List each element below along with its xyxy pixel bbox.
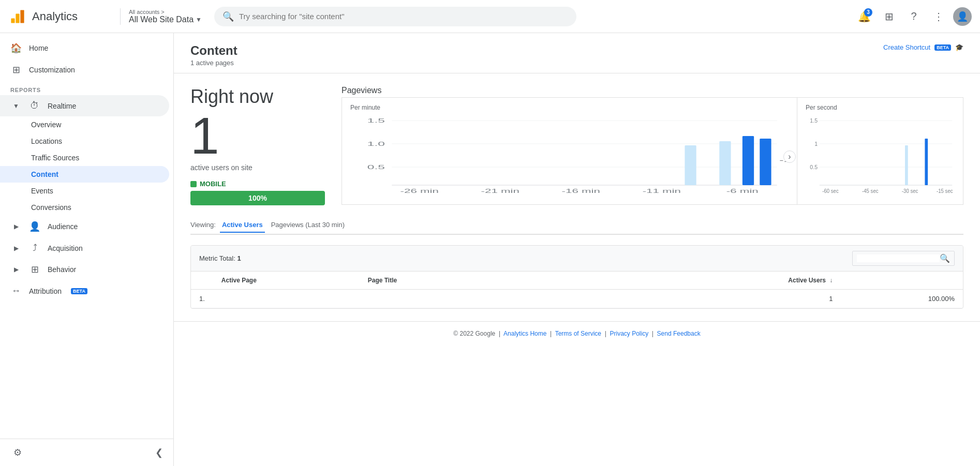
- privacy-link[interactable]: Privacy Policy: [610, 330, 648, 337]
- behavior-expand-icon: ▶: [10, 266, 22, 273]
- right-now-label: Right now: [190, 86, 273, 108]
- sidebar-item-attribution[interactable]: ↔ Attribution BETA: [0, 280, 169, 302]
- graduation-cap-icon: 🎓: [955, 43, 963, 51]
- pageviews-tab[interactable]: Pageviews (Last 30 min): [269, 218, 347, 233]
- mobile-bar-label: 100%: [248, 194, 267, 202]
- active-users-text: active users on site: [190, 163, 253, 172]
- mobile-label: MOBILE: [190, 180, 325, 188]
- svg-text:1.5: 1.5: [367, 117, 385, 124]
- row-percent: 100.00%: [841, 290, 963, 308]
- svg-text:-15 sec: -15 sec: [937, 188, 953, 194]
- sidebar-sub-traffic-sources[interactable]: Traffic Sources: [0, 149, 169, 166]
- sidebar-item-realtime[interactable]: ▼ ⏱ Realtime: [0, 95, 169, 116]
- acquisition-expand-icon: ▶: [10, 245, 22, 252]
- sidebar-collapse-button[interactable]: ❮: [153, 445, 165, 460]
- table-header-row: Metric Total: 1 🔍: [191, 246, 963, 272]
- table-search-icon[interactable]: 🔍: [940, 253, 950, 263]
- chart-nav-arrow[interactable]: ›: [783, 151, 796, 163]
- analytics-home-link[interactable]: Analytics Home: [503, 330, 546, 337]
- search-bar[interactable]: 🔍: [214, 7, 576, 26]
- table-search-box[interactable]: 🔍: [852, 251, 955, 266]
- sidebar-sub-content[interactable]: Content: [0, 166, 169, 183]
- search-icon: 🔍: [222, 11, 234, 22]
- settings-button[interactable]: ⚙: [8, 443, 27, 462]
- mobile-bar: 100%: [190, 191, 325, 205]
- sidebar-sub-overview[interactable]: Overview: [0, 116, 169, 133]
- per-minute-chart: Per minute 1.5 1.0: [342, 98, 797, 204]
- metric-total: Metric Total: 1: [199, 254, 241, 262]
- customization-icon: ⊞: [10, 64, 22, 76]
- sidebar-item-behavior[interactable]: ▶ ⊞ Behavior: [0, 259, 169, 280]
- sidebar-bottom: ⚙ ❮: [0, 439, 173, 466]
- apps-button[interactable]: ⊞: [879, 6, 899, 27]
- per-minute-label: Per minute: [350, 104, 789, 111]
- notifications-button[interactable]: 🔔 3: [854, 6, 874, 27]
- account-dropdown-arrow: ▼: [196, 16, 202, 23]
- active-users-count: 1: [190, 110, 219, 161]
- sidebar-item-home[interactable]: 🏠 Home: [0, 37, 169, 59]
- page-subtitle: 1 active pages: [190, 59, 237, 67]
- sidebar-acquisition-label: Acquisition: [48, 244, 83, 252]
- realtime-icon: ⏱: [29, 100, 40, 111]
- pageviews-title: Pageviews: [341, 86, 963, 95]
- active-users-tab[interactable]: Active Users: [220, 218, 265, 233]
- content-header: Content 1 active pages Create Shortcut B…: [174, 33, 980, 73]
- viewing-label: Viewing:: [190, 221, 216, 229]
- search-input[interactable]: [239, 12, 568, 21]
- notification-badge: 3: [864, 8, 872, 17]
- audience-expand-icon: ▶: [10, 223, 22, 230]
- svg-rect-2: [20, 10, 24, 23]
- shortcut-beta-badge: BETA: [934, 44, 951, 51]
- mobile-dot-icon: [190, 181, 197, 187]
- table-section: Metric Total: 1 🔍 Active Page Page Title: [190, 245, 963, 309]
- svg-rect-28: [925, 139, 928, 185]
- row-page-title: [360, 290, 669, 308]
- create-shortcut-label: Create Shortcut: [883, 43, 930, 51]
- vertical-dots-icon: ⋮: [933, 10, 944, 23]
- svg-rect-11: [719, 141, 731, 185]
- reports-section-label: REPORTS: [0, 81, 173, 95]
- svg-text:-30 sec: -30 sec: [902, 188, 918, 194]
- user-avatar[interactable]: 👤: [953, 7, 972, 26]
- row-index: 1.: [191, 290, 213, 308]
- per-minute-chart-area: 1.5 1.0 0.5 -26 min: [350, 115, 789, 198]
- sidebar-sub-events[interactable]: Events: [0, 183, 169, 199]
- attribution-icon: ↔: [10, 285, 22, 296]
- sidebar-sub-conversions[interactable]: Conversions: [0, 199, 169, 216]
- charts-row: Per minute 1.5 1.0: [341, 97, 963, 205]
- sidebar-item-customization[interactable]: ⊞ Customization: [0, 59, 169, 81]
- sidebar-sub-locations[interactable]: Locations: [0, 133, 169, 149]
- sidebar-item-acquisition[interactable]: ▶ ⤴ Acquisition: [0, 237, 169, 259]
- account-name[interactable]: All Web Site Data ▼: [129, 15, 202, 24]
- table-search-input[interactable]: [857, 254, 940, 262]
- table-body: 1. 1 100.00%: [191, 290, 963, 308]
- col-percent: [841, 272, 963, 290]
- per-second-chart-area: 1.5 1 0.5 -60 sec -45 sec -30 sec: [806, 115, 955, 198]
- help-icon: ?: [911, 10, 916, 22]
- col-active-page: Active Page: [213, 272, 360, 290]
- avatar-icon: 👤: [957, 11, 968, 22]
- row-active-page: [213, 290, 360, 308]
- more-options-button[interactable]: ⋮: [928, 6, 949, 27]
- help-button[interactable]: ?: [903, 6, 924, 27]
- col-active-users: Active Users ↓: [669, 272, 841, 290]
- sidebar-customization-label: Customization: [29, 66, 75, 74]
- svg-rect-0: [11, 18, 14, 23]
- svg-rect-1: [16, 13, 19, 23]
- account-selector[interactable]: All accounts > All Web Site Data ▼: [129, 9, 202, 24]
- col-page-title: Page Title: [360, 272, 669, 290]
- sidebar-item-audience[interactable]: ▶ 👤 Audience: [0, 216, 169, 237]
- header-actions: 🔔 3 ⊞ ? ⋮ 👤: [854, 6, 972, 27]
- svg-text:1.0: 1.0: [367, 141, 385, 147]
- viewing-row: Viewing: Active Users Pageviews (Last 30…: [190, 216, 963, 235]
- svg-text:-60 sec: -60 sec: [822, 188, 839, 194]
- content-title-area: Content 1 active pages: [190, 43, 237, 67]
- svg-text:0.5: 0.5: [367, 164, 385, 170]
- pageviews-panel: Pageviews Per minute: [341, 86, 963, 205]
- terms-link[interactable]: Terms of Service: [555, 330, 601, 337]
- table-header: Active Page Page Title Active Users ↓: [191, 272, 963, 290]
- feedback-link[interactable]: Send Feedback: [657, 330, 701, 337]
- realtime-body: Right now 1 active users on site MOBILE …: [174, 73, 980, 321]
- logo-area: Analytics: [8, 7, 112, 26]
- create-shortcut-button[interactable]: Create Shortcut BETA 🎓: [883, 43, 963, 51]
